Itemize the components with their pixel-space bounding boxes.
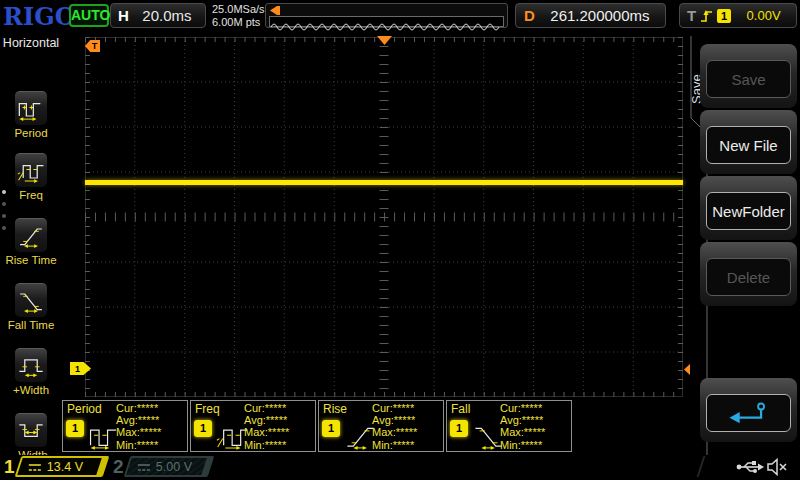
preview-waveform-window xyxy=(269,16,504,27)
horizontal-timebase-box[interactable]: H 20.0ms xyxy=(110,3,206,28)
panel-channel-badge: 1 xyxy=(194,420,212,437)
measure-sidebar: Horizontal Period xyxy=(0,32,62,455)
panel-values: Cur:***** Avg:***** Max:***** Min:***** xyxy=(116,402,161,451)
new-folder-button[interactable]: NewFolder xyxy=(706,192,791,230)
trigger-level-value: 0.00V xyxy=(731,8,796,23)
new-file-button[interactable]: New File xyxy=(706,126,791,164)
sidebar-item-label: +Width xyxy=(0,384,62,396)
trigger-source-badge: 1 xyxy=(717,9,731,23)
measurement-panel-fall[interactable]: Fall 1 Cur:***** Avg:***** Max:***** Min… xyxy=(446,400,572,452)
fall-time-icon xyxy=(15,283,47,317)
panel-channel-badge: 1 xyxy=(450,420,468,437)
timebase-value: 20.0ms xyxy=(129,7,205,24)
memory-depth: 6.00M pts xyxy=(212,16,265,29)
panel-title: Period xyxy=(67,402,102,416)
panel-title: Freq xyxy=(195,402,220,416)
channel1-status[interactable]: 13.4 V xyxy=(15,456,110,477)
channel2-scale: 5.00 V xyxy=(156,460,192,474)
oscilloscope-screen: RIGOL AUTO H 20.0ms 25.0MSa/s 6.00M pts … xyxy=(0,0,800,480)
preview-trigger-marker-icon xyxy=(270,6,281,15)
panel-title: Fall xyxy=(451,402,470,416)
softkey-menu: Save Save New File NewFolder Delete xyxy=(690,32,800,455)
softkey-slot: New File xyxy=(700,110,797,174)
horizontal-label: H xyxy=(118,7,129,24)
period-icon xyxy=(15,91,47,125)
delay-label: D xyxy=(524,7,535,24)
channel1-scale: 13.4 V xyxy=(47,460,83,474)
panel-title: Rise xyxy=(323,402,347,416)
softkey-slot: Save xyxy=(700,44,797,108)
softkey-slot xyxy=(700,378,797,442)
sidebar-title: Horizontal xyxy=(0,36,62,50)
graticule xyxy=(85,37,683,397)
panel-values: Cur:***** Avg:***** Max:***** Min:***** xyxy=(244,402,289,451)
freq-icon xyxy=(15,153,47,187)
waveform-preview-strip[interactable] xyxy=(265,3,508,28)
delay-offset-box[interactable]: D 261.200000ms xyxy=(515,3,666,28)
delete-button[interactable]: Delete xyxy=(706,258,791,296)
acquisition-info: 25.0MSa/s 6.00M pts xyxy=(212,3,265,29)
channel2-status[interactable]: 5.00 V xyxy=(124,456,215,477)
run-state-badge: AUTO xyxy=(69,4,109,27)
minus-width-icon xyxy=(15,413,47,447)
save-button[interactable]: Save xyxy=(706,60,791,98)
speaker-muted-icon xyxy=(766,458,788,476)
softkey-slot: Delete xyxy=(700,242,797,306)
channel2-number: 2 xyxy=(113,456,124,478)
channel-status-bar: 1 13.4 V 2 5.00 V xyxy=(0,455,800,480)
dc-coupling-icon xyxy=(28,461,42,472)
softkey-slot: NewFolder xyxy=(700,176,797,240)
return-arrow-icon xyxy=(728,400,770,426)
sidebar-item-label: Fall Time xyxy=(0,319,62,331)
channel1-number: 1 xyxy=(4,456,15,478)
rise-time-icon xyxy=(15,218,47,252)
panel-values: Cur:***** Avg:***** Max:***** Min:***** xyxy=(372,402,417,451)
panel-channel-badge: 1 xyxy=(66,420,84,437)
dc-coupling-icon xyxy=(137,461,151,472)
trigger-edge-icon xyxy=(700,8,713,24)
back-button[interactable] xyxy=(706,394,791,432)
usb-icon xyxy=(736,460,764,474)
waveform-display: T 1 T xyxy=(62,32,690,455)
panel-channel-badge: 1 xyxy=(322,420,340,437)
measurement-panel-period[interactable]: Period 1 Cur:***** Avg:***** Max:***** M… xyxy=(62,400,188,452)
trigger-label: T xyxy=(687,7,696,24)
top-status-bar: RIGOL AUTO H 20.0ms 25.0MSa/s 6.00M pts … xyxy=(0,0,800,32)
sidebar-item-label: Period xyxy=(0,127,62,139)
sidebar-item-label: Freq xyxy=(0,189,62,201)
measurement-panel-rise[interactable]: Rise 1 Cur:***** Avg:***** Max:***** Min… xyxy=(318,400,444,452)
status-divider xyxy=(697,456,706,477)
trigger-status-box[interactable]: T 1 0.00V xyxy=(679,3,797,28)
sidebar-item-label: Rise Time xyxy=(0,254,62,266)
panel-values: Cur:***** Avg:***** Max:***** Min:***** xyxy=(500,402,545,451)
plus-width-icon xyxy=(15,348,47,382)
channel1-trace xyxy=(85,180,683,185)
measurement-panel-freq[interactable]: Freq 1 Cur:***** Avg:***** Max:***** Min… xyxy=(190,400,316,452)
preview-sine-icon xyxy=(270,22,503,31)
sample-rate: 25.0MSa/s xyxy=(212,3,265,16)
delay-value: 261.200000ms xyxy=(535,7,665,24)
